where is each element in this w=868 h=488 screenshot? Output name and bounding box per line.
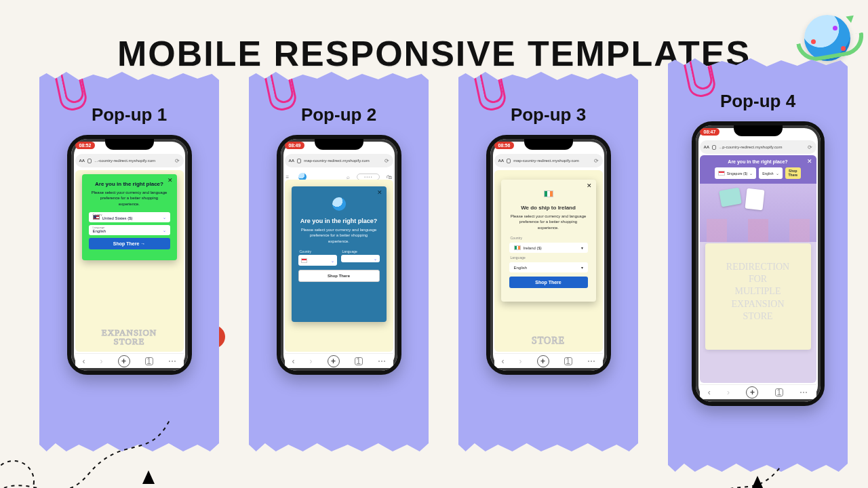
phone-notch	[524, 139, 573, 150]
country-select[interactable]: Ireland ($) ▾	[509, 243, 588, 253]
back-icon[interactable]: ‹	[708, 388, 711, 397]
close-icon[interactable]: ✕	[167, 177, 173, 184]
refresh-icon[interactable]: ⟳	[594, 158, 599, 164]
aa-icon: AA	[289, 159, 295, 163]
language-select[interactable]: English ⌄	[759, 167, 782, 179]
language-value: English	[514, 266, 528, 270]
phone-mock-3: 08:56 AA map-country-redirect.myshopify.…	[486, 135, 611, 375]
forward-icon[interactable]: ›	[519, 357, 522, 366]
globe-icon	[332, 197, 346, 211]
lock-icon	[297, 159, 301, 163]
more-icon[interactable]: ⋯	[378, 357, 386, 366]
more-icon[interactable]: ⋯	[168, 357, 176, 366]
shop-there-button[interactable]: ShopThere	[785, 167, 802, 179]
more-icon[interactable]: ⋯	[587, 357, 595, 366]
aa-icon: AA	[79, 159, 85, 163]
close-icon[interactable]: ✕	[807, 158, 812, 165]
chevron-down-icon: ⌄	[776, 171, 779, 176]
chevron-down-icon: ▾	[581, 265, 583, 270]
country-select[interactable]: Country United States ($) ⌄	[89, 212, 170, 222]
tabs-button[interactable]: 1	[564, 357, 572, 365]
status-time: 08:52	[75, 142, 96, 149]
more-icon[interactable]: ⋯	[800, 388, 808, 397]
chevron-down-icon: ⌄	[749, 171, 753, 176]
chevron-down-icon: ▾	[581, 245, 583, 250]
popup-modal: ✕ Are you in the right place? Please sel…	[292, 186, 387, 322]
aa-icon: AA	[704, 145, 710, 149]
shop-there-button[interactable]: Shop There →	[89, 238, 170, 249]
tabs-button[interactable]: 1	[775, 388, 783, 396]
chevron-down-icon: ⌄	[163, 228, 166, 232]
forward-icon[interactable]: ›	[727, 388, 730, 397]
arrow-up-icon	[751, 476, 764, 488]
globe-icon	[804, 15, 850, 61]
lock-icon	[87, 159, 92, 163]
phone-notch	[105, 139, 154, 150]
bar-heading: Are you in the right place?	[704, 159, 812, 164]
lock-icon	[712, 145, 716, 150]
back-icon[interactable]: ‹	[292, 357, 295, 366]
status-time: 08:49	[285, 142, 305, 149]
language-value: English	[344, 257, 355, 261]
flag-sg-icon	[301, 258, 307, 263]
back-icon[interactable]: ‹	[83, 357, 85, 366]
address-bar[interactable]: AA map-country-redirect.myshopify.com ⟳	[285, 154, 393, 167]
new-tab-button[interactable]: +	[118, 355, 130, 367]
tabs-button[interactable]: 1	[355, 357, 363, 365]
redirection-text: REDIRECTIONFORMULTIPLEEXPANSIONSTORE	[705, 243, 811, 350]
bg-brand-text: STORE	[494, 336, 603, 346]
language-select[interactable]: English ⌄	[341, 255, 380, 262]
status-time: 08:47	[700, 128, 720, 136]
forward-icon[interactable]: ›	[310, 357, 313, 366]
phone-mock-2: 08:49 AA map-country-redirect.myshopify.…	[277, 135, 401, 375]
phone-notch	[315, 139, 363, 150]
new-tab-button[interactable]: +	[537, 355, 549, 367]
shop-there-button[interactable]: Shop There	[509, 277, 588, 288]
popup-heading: Are you in the right place?	[82, 181, 177, 187]
template-card-4: Pop-up 4 08:47 AA ...p-country-redirect.…	[668, 58, 848, 472]
template-card-3: Pop-up 3 08:56 AA map-country-redirect.m…	[458, 72, 638, 451]
refresh-icon[interactable]: ⟳	[808, 144, 812, 150]
phone-mock-4: 08:47 AA ...p-country-redirect.myshopify…	[692, 121, 825, 406]
popup-body: Please select your currency and language…	[300, 227, 378, 244]
template-card-2: Pop-up 2 08:49 AA map-country-redirect.m…	[249, 72, 429, 451]
url-text: ...p-country-redirect.myshopify.com	[719, 145, 782, 149]
decorative-doodle	[705, 427, 787, 488]
screen-background: EXPANSIONSTORE ✕ Are you in the right pl…	[75, 170, 184, 352]
browser-toolbar: ‹ › + 1 ⋯	[700, 384, 816, 399]
country-select[interactable]: Singapore ($) ⌄	[298, 255, 337, 266]
address-bar[interactable]: AA map-country-redirect.myshopify.com ⟳	[494, 154, 603, 167]
new-tab-button[interactable]: +	[328, 355, 340, 367]
new-tab-button[interactable]: +	[746, 386, 758, 399]
refresh-icon[interactable]: ⟳	[384, 158, 389, 164]
refresh-icon[interactable]: ⟳	[175, 158, 180, 164]
country-value: Singapore ($)	[727, 171, 747, 176]
close-icon[interactable]: ✕	[377, 189, 382, 196]
shop-there-button[interactable]: Shop There	[298, 270, 380, 282]
language-select[interactable]: Language English ⌄	[89, 225, 170, 235]
decorative-cards	[720, 189, 764, 209]
chevron-down-icon: ⌄	[331, 258, 334, 263]
url-text: ...-country-redirect.myshopify.com	[94, 159, 155, 163]
popup-heading: Are you in the right place?	[292, 218, 387, 224]
country-label: Country	[511, 236, 587, 240]
browser-toolbar: ‹ › + 1 ⋯	[494, 353, 603, 368]
tabs-button[interactable]: 1	[145, 357, 153, 365]
browser-toolbar: ‹ › + 1 ⋯	[285, 353, 393, 368]
phone-notch	[734, 125, 783, 136]
status-time: 08:56	[494, 142, 515, 149]
svg-point-0	[0, 461, 34, 488]
forward-icon[interactable]: ›	[100, 357, 103, 366]
address-bar[interactable]: AA ...p-country-redirect.myshopify.com ⟳	[700, 140, 816, 154]
language-select[interactable]: English ▾	[509, 262, 588, 272]
browser-toolbar: ‹ › + 1 ⋯	[75, 353, 184, 368]
country-select[interactable]: Singapore ($) ⌄	[715, 167, 756, 179]
chevron-down-icon: ⌄	[374, 256, 377, 261]
redirect-bar: ✕ Are you in the right place? Singapore …	[700, 155, 816, 184]
close-icon[interactable]: ✕	[587, 182, 592, 189]
back-icon[interactable]: ‹	[502, 357, 505, 366]
address-bar[interactable]: AA ...-country-redirect.myshopify.com ⟳	[75, 154, 184, 167]
bg-brand-text: EXPANSIONSTORE	[75, 328, 184, 346]
flag-sg-icon	[718, 171, 725, 176]
url-text: map-country-redirect.myshopify.com	[304, 159, 370, 163]
